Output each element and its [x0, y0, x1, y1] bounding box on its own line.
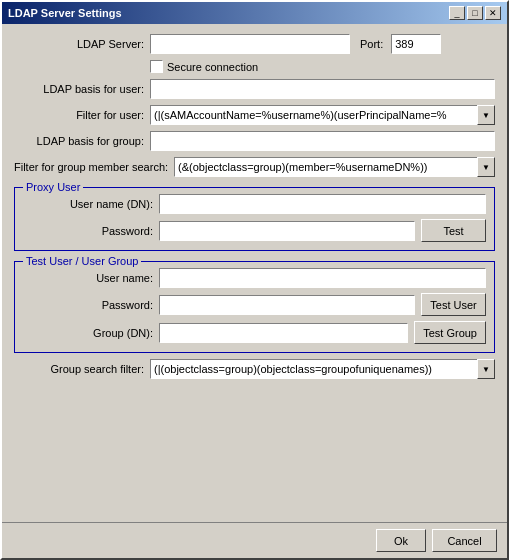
filter-group-input[interactable]: [174, 157, 495, 177]
secure-connection-row: Secure connection: [150, 60, 495, 73]
proxy-password-row: Password: Test: [23, 219, 486, 242]
filter-user-input[interactable]: [150, 105, 495, 125]
ldap-basis-group-input[interactable]: [150, 131, 495, 151]
group-search-filter-dropdown: ▼: [150, 359, 495, 379]
secure-connection-label: Secure connection: [167, 61, 258, 73]
filter-group-label: Filter for group member search:: [14, 161, 168, 173]
group-dn-row: Group (DN): Test Group: [23, 321, 486, 344]
ldap-server-input[interactable]: [150, 34, 350, 54]
group-search-filter-input[interactable]: [150, 359, 495, 379]
test-button[interactable]: Test: [421, 219, 486, 242]
ldap-server-row: LDAP Server: Port:: [14, 34, 495, 54]
window-title: LDAP Server Settings: [8, 7, 122, 19]
ldap-server-label: LDAP Server:: [14, 38, 144, 50]
port-label: Port:: [360, 38, 383, 50]
test-user-button[interactable]: Test User: [421, 293, 486, 316]
maximize-button[interactable]: □: [467, 6, 483, 20]
group-search-filter-dropdown-btn[interactable]: ▼: [477, 359, 495, 379]
proxy-password-input[interactable]: [159, 221, 415, 241]
proxy-password-label: Password:: [23, 225, 153, 237]
proxy-user-section: Proxy User User name (DN): Password: Tes…: [14, 187, 495, 251]
title-bar-buttons: _ □ ✕: [449, 6, 501, 20]
filter-user-row: Filter for user: ▼: [14, 105, 495, 125]
test-user-section-label: Test User / User Group: [23, 255, 141, 267]
test-password-label: Password:: [23, 299, 153, 311]
ldap-basis-user-row: LDAP basis for user:: [14, 79, 495, 99]
filter-group-dropdown-btn[interactable]: ▼: [477, 157, 495, 177]
filter-group-dropdown: ▼: [174, 157, 495, 177]
proxy-user-inner: User name (DN): Password: Test: [23, 194, 486, 242]
group-search-filter-row: Group search filter: ▼: [14, 359, 495, 379]
ldap-basis-user-input[interactable]: [150, 79, 495, 99]
ldap-basis-user-label: LDAP basis for user:: [14, 83, 144, 95]
ldap-basis-group-label: LDAP basis for group:: [14, 135, 144, 147]
username-dn-input[interactable]: [159, 194, 486, 214]
ok-button[interactable]: Ok: [376, 529, 426, 552]
filter-user-dropdown: ▼: [150, 105, 495, 125]
group-dn-input[interactable]: [159, 323, 408, 343]
test-username-label: User name:: [23, 272, 153, 284]
form-content: LDAP Server: Port: Secure connection LDA…: [2, 24, 507, 522]
secure-connection-checkbox[interactable]: [150, 60, 163, 73]
filter-group-row: Filter for group member search: ▼: [14, 157, 495, 177]
filter-user-label: Filter for user:: [14, 109, 144, 121]
username-dn-row: User name (DN):: [23, 194, 486, 214]
ldap-settings-window: LDAP Server Settings _ □ ✕ LDAP Server: …: [0, 0, 509, 560]
ldap-basis-group-row: LDAP basis for group:: [14, 131, 495, 151]
cancel-button[interactable]: Cancel: [432, 529, 497, 552]
group-dn-label: Group (DN):: [23, 327, 153, 339]
proxy-user-section-label: Proxy User: [23, 181, 83, 193]
filter-user-dropdown-btn[interactable]: ▼: [477, 105, 495, 125]
test-group-button[interactable]: Test Group: [414, 321, 486, 344]
bottom-buttons: Ok Cancel: [2, 522, 507, 558]
test-password-row: Password: Test User: [23, 293, 486, 316]
test-username-row: User name:: [23, 268, 486, 288]
username-dn-label: User name (DN):: [23, 198, 153, 210]
close-button[interactable]: ✕: [485, 6, 501, 20]
minimize-button[interactable]: _: [449, 6, 465, 20]
test-password-input[interactable]: [159, 295, 415, 315]
port-input[interactable]: [391, 34, 441, 54]
test-username-input[interactable]: [159, 268, 486, 288]
group-search-filter-label: Group search filter:: [14, 363, 144, 375]
test-user-section: Test User / User Group User name: Passwo…: [14, 261, 495, 353]
test-user-inner: User name: Password: Test User Group (DN…: [23, 268, 486, 344]
title-bar: LDAP Server Settings _ □ ✕: [2, 2, 507, 24]
